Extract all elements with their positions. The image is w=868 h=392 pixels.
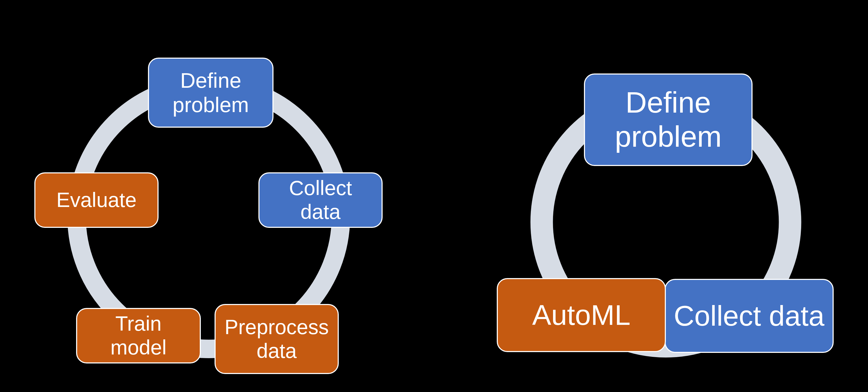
left-node-collect-data: Collect data — [258, 172, 382, 228]
left-node-preprocess-data: Preprocessdata — [215, 304, 339, 374]
node-label: Train model — [85, 312, 192, 359]
node-label: Preprocessdata — [225, 315, 329, 363]
node-label: AutoML — [532, 299, 630, 331]
node-label: Defineproblem — [615, 86, 722, 154]
node-label: Collect data — [267, 176, 374, 223]
right-node-automl: AutoML — [497, 278, 666, 352]
diagram-stage: Defineproblem Collect data Preprocessdat… — [0, 0, 868, 392]
left-node-define-problem: Defineproblem — [148, 58, 274, 128]
left-node-train-model: Train model — [76, 308, 201, 363]
node-label: Evaluate — [56, 188, 136, 212]
left-node-evaluate: Evaluate — [34, 172, 159, 228]
node-label: Defineproblem — [173, 68, 249, 117]
right-node-collect-data: Collect data — [664, 279, 834, 353]
right-node-define-problem: Defineproblem — [584, 73, 752, 166]
node-label: Collect data — [674, 300, 825, 332]
